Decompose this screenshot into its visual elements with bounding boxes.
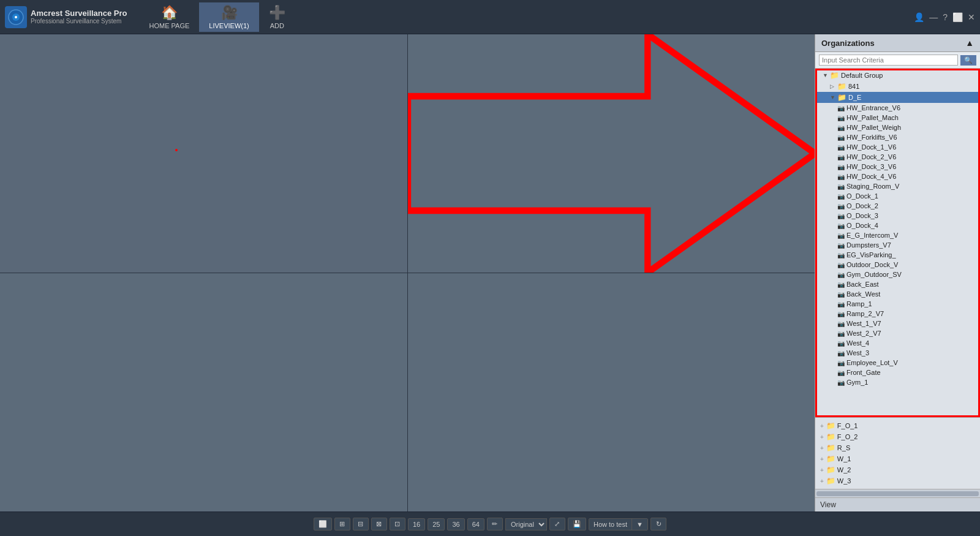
camera-icon: 📷	[837, 311, 845, 317]
camera-icon: 📷	[837, 173, 845, 180]
camera-icon: 📷	[837, 124, 845, 131]
tree-label: Employee_Lot_V	[846, 359, 898, 366]
tree-item-Outdoor_Dock_V[interactable]: 📷 Outdoor_Dock_V	[815, 260, 980, 270]
tree-label: HW_Dock_1_V6	[846, 143, 896, 151]
tree-item-West_1_V7[interactable]: 📷 West_1_V7	[815, 319, 980, 328]
tree-item-Gym_Outdoor_SV[interactable]: 📷 Gym_Outdoor_SV	[815, 270, 980, 279]
tree-item-Staging_Room_V[interactable]: 📷 Staging_Room_V	[815, 181, 980, 191]
tree-item-D_E[interactable]: ▼ 📁 D_E	[815, 92, 980, 103]
tree-item-Gym_1[interactable]: 📷 Gym_1	[815, 377, 980, 387]
add-nav-btn[interactable]: ➕ ADD	[259, 2, 295, 32]
restore-icon[interactable]: ⬜	[952, 12, 963, 22]
svg-marker-3	[408, 34, 815, 273]
layout-4-btn[interactable]: ⊞	[334, 518, 350, 530]
layout-6-btn[interactable]: ⊟	[353, 518, 369, 530]
group-item-F_O_1[interactable]: + 📁 F_O_1	[815, 420, 980, 431]
tree-label: HW_Forklifts_V6	[846, 134, 897, 141]
how-test-dropdown-arrow[interactable]: ▼	[631, 519, 647, 530]
tree-label: West_4	[846, 339, 869, 347]
fullscreen-btn[interactable]: ⤢	[549, 518, 565, 530]
collapse-icon[interactable]: ▲	[965, 38, 974, 48]
tree-item-HW_Dock_3_V6[interactable]: 📷 HW_Dock_3_V6	[815, 162, 980, 172]
expand-icon: ▼	[823, 72, 829, 78]
how-test-btn[interactable]: How to test	[589, 519, 631, 530]
refresh-btn[interactable]: ↻	[650, 518, 666, 530]
tree-area[interactable]: ▼ 📁 Default Group ▷ 📁 841 ▼ 📁 D_E	[815, 69, 980, 417]
folder-icon: 📁	[826, 421, 835, 430]
tree-item-Back_West[interactable]: 📷 Back_West	[815, 289, 980, 299]
tree-item-Front_Gate[interactable]: 📷 Front_Gate	[815, 368, 980, 377]
tree-label: Outdoor_Dock_V	[846, 261, 898, 268]
camera-icon: 📷	[837, 330, 845, 337]
camera-icon: 📷	[837, 252, 845, 259]
group-item-R_S[interactable]: + 📁 R_S	[815, 442, 980, 453]
group-item-W_3[interactable]: + 📁 W_3	[815, 475, 980, 486]
tree-item-EG_VisParking[interactable]: 📷 EG_VisParking_	[815, 250, 980, 260]
add-label: ADD	[270, 22, 284, 29]
layout-36-btn[interactable]: 36	[447, 518, 464, 530]
group-label: R_S	[837, 444, 850, 451]
tree-item-HW_Pallet_Mach[interactable]: 📷 HW_Pallet_Mach	[815, 113, 980, 123]
tree-item-HW_Forklifts_V6[interactable]: 📷 HW_Forklifts_V6	[815, 132, 980, 142]
tree-item-HW_Pallet_Weigh[interactable]: 📷 HW_Pallet_Weigh	[815, 123, 980, 132]
zoom-select[interactable]: Original 50% 75% 100% 150%	[505, 518, 547, 530]
group-item-W_2[interactable]: + 📁 W_2	[815, 464, 980, 475]
tree-item-841[interactable]: ▷ 📁 841	[815, 81, 980, 92]
tree-item-HW_Dock_1_V6[interactable]: 📷 HW_Dock_1_V6	[815, 142, 980, 152]
tree-item-Dumpsters_V7[interactable]: 📷 Dumpsters_V7	[815, 240, 980, 250]
tree-item-O_Dock_1[interactable]: 📷 O_Dock_1	[815, 191, 980, 201]
groups-area: + 📁 F_O_1 + 📁 F_O_2 + 📁 R_S + 📁 W_1 +	[815, 417, 980, 489]
tree-item-HW_Dock_4_V6[interactable]: 📷 HW_Dock_4_V6	[815, 172, 980, 181]
liveview-label: LIVEVIEW(1)	[209, 22, 249, 29]
tree-item-West_3[interactable]: 📷 West_3	[815, 348, 980, 358]
folder-icon: 📁	[837, 82, 846, 91]
tree-item-O_Dock_2[interactable]: 📷 O_Dock_2	[815, 201, 980, 211]
folder-icon: 📁	[826, 477, 835, 485]
help-icon[interactable]: ?	[943, 12, 948, 22]
tree-item-O_Dock_4[interactable]: 📷 O_Dock_4	[815, 221, 980, 230]
close-icon[interactable]: ✕	[968, 12, 975, 22]
top-right-icons: 👤 — ? ⬜ ✕	[914, 12, 975, 22]
camera-icon: 📷	[837, 301, 845, 308]
horizontal-scrollbar[interactable]	[815, 489, 980, 497]
folder-icon: 📁	[837, 93, 846, 102]
user-icon[interactable]: 👤	[914, 12, 924, 22]
layout-1-btn[interactable]: ⬜	[314, 518, 332, 530]
layout-16-btn[interactable]: 16	[408, 518, 425, 530]
app-subtitle: Professional Surveillance System	[31, 18, 127, 25]
tree-item-Ramp_1[interactable]: 📷 Ramp_1	[815, 299, 980, 309]
tree-label: HW_Dock_2_V6	[846, 153, 896, 160]
search-input[interactable]	[819, 55, 958, 66]
save-btn[interactable]: 💾	[568, 518, 586, 530]
tree-item-HW_Entrance_V6[interactable]: 📷 HW_Entrance_V6	[815, 103, 980, 113]
layout-64-btn[interactable]: 64	[467, 518, 484, 530]
tree-item-Employee_Lot_V[interactable]: 📷 Employee_Lot_V	[815, 358, 980, 368]
logo-text: Amcrest Surveillance Pro Professional Su…	[31, 9, 127, 26]
tree-label: West_2_V7	[846, 330, 881, 337]
tree-item-West_2_V7[interactable]: 📷 West_2_V7	[815, 328, 980, 338]
layout-8-btn[interactable]: ⊠	[371, 518, 387, 530]
layout-9-btn[interactable]: ⊡	[390, 518, 405, 530]
tree-item-E_G_Intercom_V[interactable]: 📷 E_G_Intercom_V	[815, 230, 980, 240]
tree-label: 841	[848, 83, 859, 90]
tree-label: E_G_Intercom_V	[846, 232, 898, 239]
minimize-icon[interactable]: —	[929, 12, 938, 22]
camera-icon: 📷	[837, 154, 845, 160]
search-button[interactable]: 🔍	[960, 55, 976, 66]
layout-25-btn[interactable]: 25	[428, 518, 445, 530]
tree-item-West_4[interactable]: 📷 West_4	[815, 338, 980, 348]
draw-btn[interactable]: ✏	[487, 518, 503, 530]
homepage-nav-btn[interactable]: 🏠 HOME PAGE	[140, 2, 200, 32]
tree-item-Back_East[interactable]: 📷 Back_East	[815, 279, 980, 289]
tree-item-O_Dock_3[interactable]: 📷 O_Dock_3	[815, 211, 980, 221]
group-item-W_1[interactable]: + 📁 W_1	[815, 453, 980, 464]
tree-item-Ramp_2_V7[interactable]: 📷 Ramp_2_V7	[815, 309, 980, 319]
folder-icon: 📁	[826, 444, 835, 452]
liveview-nav-btn[interactable]: 🎥 LIVEVIEW(1)	[199, 2, 258, 32]
tree-item-HW_Dock_2_V6[interactable]: 📷 HW_Dock_2_V6	[815, 152, 980, 162]
tree-label: Default Group	[841, 72, 883, 79]
camera-icon: 📷	[837, 232, 845, 239]
tree-item-default-group[interactable]: ▼ 📁 Default Group	[815, 70, 980, 81]
logo-area: Amcrest Surveillance Pro Professional Su…	[5, 6, 127, 28]
group-item-F_O_2[interactable]: + 📁 F_O_2	[815, 431, 980, 442]
